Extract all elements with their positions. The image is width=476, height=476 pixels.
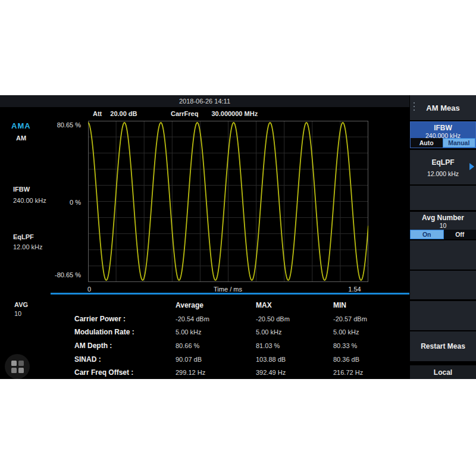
softkey-avg-number[interactable]: Avg Number 10 On Off (410, 212, 476, 239)
y-tick-top: 80.65 % (0, 121, 81, 129)
local-button[interactable]: Local (410, 365, 476, 379)
eqlpf-softkey-value: 12.000 kHz (410, 170, 476, 177)
screenshot-canvas: 2018-06-26 14:11 AMA AM IFBW 240.00 kHz … (0, 0, 476, 476)
avg-on-option[interactable]: On (410, 230, 444, 239)
carrier-freq-readout: CarrFreq30.000000 MHz (171, 110, 258, 118)
modulation-rate-max: 5.00 kHz (256, 328, 333, 336)
softkey-blank-4[interactable] (410, 301, 476, 330)
modulation-rate-min: 5.00 kHz (333, 328, 405, 336)
row-label-carrier-power: Carrier Power : (74, 315, 176, 323)
ifbw-auto-option[interactable]: Auto (411, 138, 443, 148)
ifbw-auto-manual-toggle: Auto Manual (411, 138, 475, 148)
ifbw-status-label: IFBW (13, 186, 30, 193)
att-label: Att (93, 110, 102, 117)
menu-title-text: AM Meas (426, 104, 459, 112)
softkey-blank-3[interactable] (410, 271, 476, 299)
row-label-carr-freq-offset: Carr Freq Offset : (74, 368, 176, 377)
avg-softkey-label: Avg Number (410, 214, 476, 222)
waveform-plot (88, 121, 368, 282)
ifbw-manual-option[interactable]: Manual (443, 138, 476, 148)
carr-freq-offset-max: 392.49 Hz (256, 369, 333, 376)
softkey-blank-2[interactable] (410, 240, 476, 270)
col-header-min: MIN (333, 301, 405, 309)
carrier-power-max: -20.50 dBm (256, 315, 333, 322)
y-tick-bottom: -80.65 % (0, 271, 81, 278)
restart-meas-label: Restart Meas (421, 342, 465, 350)
col-header-max: MAX (256, 301, 333, 309)
avg-status-label: AVG (14, 301, 28, 308)
launcher-grid-icon (11, 361, 24, 373)
softkey-ifbw[interactable]: IFBW 240.000 kHz Auto Manual (410, 121, 476, 148)
y-tick-zero: 0 % (0, 199, 81, 206)
modulation-rate-avg: 5.00 kHz (176, 328, 256, 336)
results-divider-line (51, 293, 409, 295)
menu-handle-icon[interactable] (414, 102, 415, 111)
am-depth-min: 80.33 % (333, 342, 405, 349)
eqlpf-softkey-label: EqLPF (410, 158, 476, 167)
avg-on-off-toggle: On Off (410, 230, 476, 239)
results-table: Average MAX MIN Carrier Power : -20.54 d… (74, 299, 408, 380)
demod-label-am: AM (16, 134, 26, 142)
carrier-power-avg: -20.54 dBm (176, 315, 256, 322)
ifbw-softkey-label: IFBW (411, 124, 475, 132)
carrfreq-value: 30.000000 MHz (211, 110, 258, 117)
avg-status-value: 10 (14, 310, 21, 317)
avg-off-option[interactable]: Off (444, 230, 476, 239)
app-launcher-button[interactable] (5, 354, 30, 379)
sinad-avg: 90.07 dB (176, 356, 256, 363)
carr-freq-offset-avg: 299.12 Hz (176, 369, 256, 376)
softkey-menu-title: AM Meas (410, 95, 476, 120)
softkey-blank-1[interactable] (410, 186, 476, 210)
carrier-power-min: -20.57 dBm (333, 315, 405, 322)
x-tick-end: 1.54 (343, 286, 367, 293)
sinad-max: 103.88 dB (256, 356, 333, 363)
avg-softkey-value: 10 (410, 222, 476, 229)
attenuation-readout: Att20.00 dB (93, 110, 137, 118)
am-depth-avg: 80.66 % (176, 342, 256, 349)
row-label-modulation-rate: Modulation Rate : (74, 328, 176, 336)
datetime-text: 2018-06-26 14:11 (179, 98, 230, 105)
sinad-min: 80.36 dB (333, 356, 405, 363)
eqlpf-status-label: EqLPF (13, 233, 34, 240)
x-tick-start: 0 (83, 286, 95, 293)
softkey-restart-meas[interactable]: Restart Meas (410, 331, 476, 361)
row-label-am-depth: AM Depth : (74, 342, 176, 350)
softkey-eqlpf[interactable]: EqLPF 12.000 kHz (410, 150, 476, 184)
att-value: 20.00 dB (110, 110, 137, 117)
submenu-arrow-icon (469, 163, 474, 170)
row-label-sinad: SINAD : (74, 355, 176, 364)
col-header-average: Average (176, 301, 256, 309)
softkey-menu: AM Meas IFBW 240.000 kHz Auto Manual EqL… (410, 95, 476, 379)
x-axis-title: Time / ms (198, 286, 258, 293)
carrfreq-label: CarrFreq (171, 110, 198, 117)
eqlpf-status-value: 12.00 kHz (13, 243, 43, 250)
analyzer-screen: 2018-06-26 14:11 AMA AM IFBW 240.00 kHz … (0, 95, 476, 379)
local-label: Local (434, 368, 452, 377)
datetime-bar: 2018-06-26 14:11 (0, 95, 409, 107)
carr-freq-offset-min: 216.72 Hz (333, 369, 405, 376)
am-depth-max: 81.03 % (256, 342, 333, 349)
